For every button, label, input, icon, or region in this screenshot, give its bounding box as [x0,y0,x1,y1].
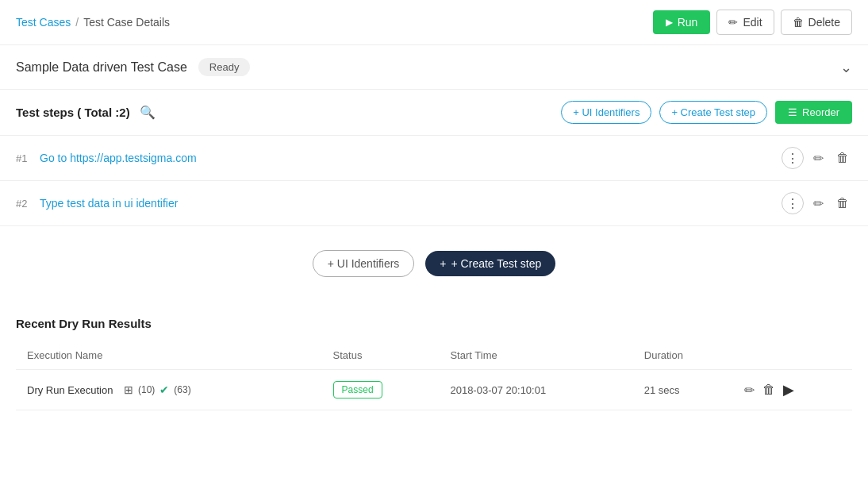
step-2-actions: ⋮ ✏ 🗑 [782,192,852,214]
step-2-menu-button[interactable]: ⋮ [782,192,804,214]
run-button[interactable]: ▶ Run [653,10,711,34]
dry-run-table: Execution Name Status Start Time Duratio… [16,341,852,410]
col-start-time: Start Time [439,341,632,370]
breadcrumb-link-test-cases[interactable]: Test Cases [16,16,71,29]
step-1-menu-button[interactable]: ⋮ [782,147,804,169]
collapse-button[interactable]: ⌄ [840,59,852,76]
execution-icons: ⊞ (10) ✔ (63) [124,383,191,396]
step-text-1: Go to https://app.testsigma.com [40,152,782,164]
search-button[interactable]: 🔍 [140,105,156,120]
reorder-icon: ☰ [788,106,797,118]
title-section: Sample Data driven Test Case Ready ⌄ [0,45,868,90]
duration-cell: 21 secs [633,370,734,410]
col-status: Status [322,341,440,370]
play-icon: ▶ [666,17,673,28]
create-test-step-button-top[interactable]: + Create Test step [659,101,767,124]
reorder-label: Reorder [802,106,839,118]
step-1-delete-button[interactable]: 🗑 [833,148,852,168]
test-steps-title: Test steps ( Total :2) [16,106,130,119]
create-test-step-label: + Create Test step [451,257,542,270]
step-1-actions: ⋮ ✏ 🗑 [782,147,852,169]
delete-label: Delete [808,16,840,29]
chrome-icon: ✔ [159,383,169,396]
status-cell: Passed [322,370,440,410]
delete-button[interactable]: 🗑 Delete [781,10,852,35]
page-title: Sample Data driven Test Case [16,60,187,75]
dry-run-title: Recent Dry Run Results [16,317,852,330]
execution-name: Dry Run Execution [27,384,113,396]
step-text-2: Type test data in ui identifier [40,197,782,210]
ui-identifiers-button-center[interactable]: + UI Identifiers [313,250,415,277]
step-2-delete-button[interactable]: 🗑 [833,193,852,214]
ui-identifiers-button-top[interactable]: + UI Identifiers [561,101,651,124]
step-number-2: #2 [16,198,40,210]
edit-button[interactable]: ✏ Edit [716,10,774,35]
status-badge: Ready [198,58,251,76]
status-badge-passed: Passed [333,381,382,399]
center-buttons: + UI Identifiers + + Create Test step [0,226,868,301]
breadcrumb-separator: / [75,16,79,29]
edit-icon: ✏ [728,16,738,29]
step-1-edit-button[interactable]: ✏ [810,148,827,169]
step-2-edit-button[interactable]: ✏ [810,193,827,214]
windows-count: (10) [138,384,155,395]
row-delete-button[interactable]: 🗑 [762,383,775,397]
test-steps-actions: + UI Identifiers + Create Test step ☰ Re… [561,101,852,124]
row-actions: ✏ 🗑 ▶ [744,381,841,399]
header: Test Cases / Test Case Details ▶ Run ✏ E… [0,0,868,45]
run-label: Run [678,16,698,29]
test-steps-header: Test steps ( Total :2) 🔍 + UI Identifier… [0,90,868,136]
create-test-step-button-center[interactable]: + + Create Test step [425,251,555,276]
test-step-row-2: #2 Type test data in ui identifier ⋮ ✏ 🗑 [0,181,868,226]
row-edit-button[interactable]: ✏ [744,383,755,398]
dry-run-section: Recent Dry Run Results Execution Name St… [0,301,868,410]
windows-icon: ⊞ [124,383,133,396]
breadcrumb-current: Test Case Details [83,16,170,29]
table-row: Dry Run Execution ⊞ (10) ✔ (63) Passed 2… [16,370,852,410]
breadcrumb: Test Cases / Test Case Details [16,16,170,29]
header-actions: ▶ Run ✏ Edit 🗑 Delete [653,10,852,35]
chrome-count: (63) [174,384,190,395]
col-duration: Duration [633,341,734,370]
trash-icon: 🗑 [793,16,804,29]
col-actions [733,341,852,370]
row-actions-cell: ✏ 🗑 ▶ [733,370,852,410]
step-number-1: #1 [16,152,40,164]
row-run-button[interactable]: ▶ [783,381,794,399]
reorder-button[interactable]: ☰ Reorder [775,101,852,124]
edit-label: Edit [743,16,762,29]
plus-icon: + [440,257,446,270]
col-execution-name: Execution Name [16,341,322,370]
start-time-cell: 2018-03-07 20:10:01 [439,370,632,410]
test-step-row-1: #1 Go to https://app.testsigma.com ⋮ ✏ 🗑 [0,136,868,181]
execution-name-cell: Dry Run Execution ⊞ (10) ✔ (63) [16,370,322,410]
